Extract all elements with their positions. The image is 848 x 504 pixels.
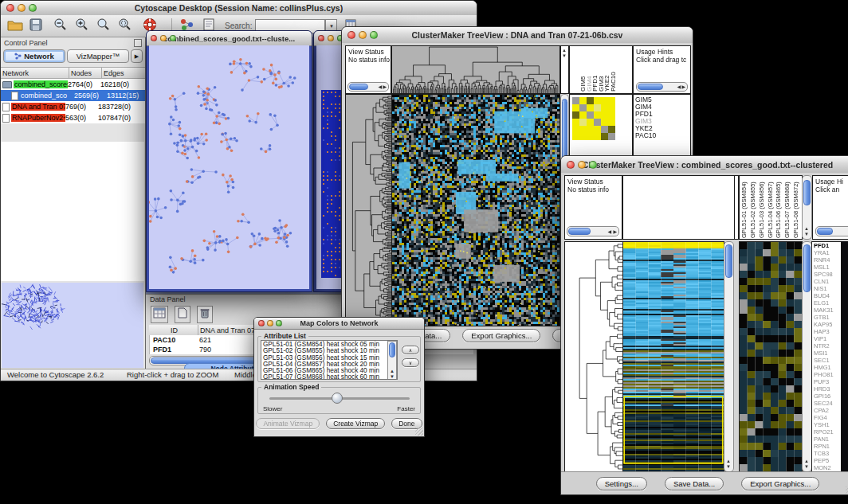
network-table-row[interactable]: combined_scores_ 2764(0) 16218(0)	[1, 79, 145, 90]
birdseye-canvas[interactable]	[2, 283, 143, 368]
tv2-column-label[interactable]: GPL51-06 (GSM865)	[775, 177, 783, 238]
gene-label[interactable]: MAK31	[814, 307, 841, 314]
network-canvas-1[interactable]	[149, 45, 309, 289]
tv2-column-label[interactable]: GPL51-01 (GSM854)	[740, 177, 749, 238]
dialog-title-bar[interactable]: Map Colors to Network	[254, 318, 424, 330]
tv1-heatmap[interactable]	[391, 94, 560, 326]
tv1-column-label[interactable]: YKE2	[603, 48, 610, 92]
gene-label[interactable]: SEC24	[814, 400, 841, 407]
attribute-list-scrollbar[interactable]: ▲ ▼	[387, 341, 397, 380]
minimize-icon[interactable]	[160, 35, 167, 41]
tv2-column-dendrogram[interactable]	[622, 175, 735, 240]
float-panel-icon[interactable]	[134, 39, 142, 47]
tv2-row-dendrogram[interactable]	[564, 241, 623, 472]
tv1-column-scrollbar[interactable]: ▲ ▼	[560, 45, 569, 94]
tv2-heatmap-vscrollbar[interactable]: ▲ ▼	[724, 241, 734, 472]
zoom-selected-icon[interactable]	[118, 18, 132, 34]
treeview1-button[interactable]: Export Graphics...	[462, 329, 540, 342]
gene-label[interactable]: MSI1	[814, 350, 841, 357]
gene-label[interactable]: ELG1	[814, 299, 841, 307]
zoom-window-icon[interactable]	[276, 320, 282, 326]
tv2-column-label[interactable]: GPL51-04 (GSM857)	[767, 177, 775, 238]
treeview2-button[interactable]: Export Graphics...	[741, 477, 819, 490]
zoom-window-icon[interactable]	[370, 31, 378, 39]
attribute-list-item[interactable]: GPL51-07 (GSM868) heat shock 60 min	[263, 374, 395, 380]
resize-grip[interactable]	[415, 428, 423, 436]
scroll-right-icon[interactable]: ▶	[613, 229, 617, 234]
treeview2-title-bar[interactable]: ClusterMaker TreeView : combined_scores_…	[561, 156, 848, 174]
tv1-column-label[interactable]: PAC10	[610, 48, 616, 92]
tv1-column-label[interactable]: PFD1	[591, 48, 598, 92]
scroll-up-icon[interactable]: ▲	[804, 226, 809, 231]
scroll-down-icon[interactable]: ▼	[804, 232, 809, 236]
scroll-right-icon[interactable]: ▶	[681, 84, 685, 89]
animate-vizmap-button[interactable]: Animate Vizmap	[256, 418, 320, 429]
close-icon[interactable]	[318, 35, 324, 41]
tv1-column-label[interactable]: GIM5	[579, 48, 586, 92]
scroll-down-icon[interactable]: ▼	[804, 464, 809, 469]
treeview2-button[interactable]: Settings...	[596, 477, 647, 490]
gene-label[interactable]: SEC1	[814, 357, 841, 364]
scroll-left-icon[interactable]: ◀	[607, 229, 611, 234]
main-title-bar[interactable]: Cytoscape Desktop (Session Name: collins…	[1, 1, 477, 16]
tv2-top-vscrollbar[interactable]: ▲ ▼	[802, 175, 812, 240]
scroll-down-icon[interactable]: ▼	[390, 374, 395, 379]
gene-label[interactable]: MSL1	[814, 264, 841, 271]
gene-label[interactable]: CLN1	[814, 278, 841, 285]
zoom-fit-icon[interactable]	[96, 18, 110, 34]
gene-label[interactable]: PFD1	[814, 242, 841, 249]
tab-network[interactable]: Network	[3, 49, 65, 63]
tv2-column-label[interactable]: GPL51-02 (GSM855)	[749, 177, 758, 238]
gene-label[interactable]: MON2	[814, 464, 841, 471]
close-icon[interactable]	[258, 320, 265, 326]
attribute-move-up-button[interactable]: ∧	[402, 346, 419, 354]
gene-label[interactable]: NIS1	[814, 285, 841, 292]
gene-label[interactable]: YRA1	[814, 249, 841, 256]
tv2-usage-scrollbar[interactable]	[815, 226, 848, 236]
scroll-down-icon[interactable]: ▼	[726, 464, 731, 469]
gene-label[interactable]: HAP3	[814, 328, 841, 335]
network-window-1-title-bar[interactable]: combined_scores_good.txt--cluste...	[147, 31, 312, 46]
tv1-status-scrollbar[interactable]: ◀ ▶	[347, 82, 389, 92]
close-icon[interactable]	[151, 35, 157, 41]
gene-label[interactable]: TCB3	[814, 450, 841, 457]
zoom-in-icon[interactable]	[75, 18, 88, 34]
scroll-left-icon[interactable]: ◀	[677, 84, 681, 89]
gene-label[interactable]: PUF3	[814, 378, 841, 385]
scroll-down-icon[interactable]: ▼	[562, 53, 567, 58]
tab-vizmapper[interactable]: VizMapper™	[67, 49, 129, 63]
scroll-left-icon[interactable]: ◀	[378, 84, 382, 89]
gene-label[interactable]: RNR4	[814, 256, 841, 264]
treeview2-button[interactable]: Save Data...	[665, 477, 724, 490]
attribute-table-icon[interactable]	[151, 306, 168, 323]
zoom-window-icon[interactable]	[29, 4, 37, 12]
gene-label[interactable]: RPO21	[814, 428, 841, 436]
minimize-icon[interactable]	[328, 35, 334, 41]
network-table-row[interactable]: RNAPuberNov2+ 563(0) 107847(0)	[1, 112, 145, 123]
gene-label[interactable]: PAN1	[814, 436, 841, 443]
minimize-icon[interactable]	[18, 4, 26, 12]
gene-label[interactable]: PHO81	[814, 371, 841, 378]
tv2-column-label[interactable]: GPL51-08 (GSM872)	[792, 177, 801, 238]
create-vizmap-button[interactable]: Create Vizmap	[326, 418, 385, 429]
gene-label[interactable]: PEP5	[814, 457, 841, 464]
gene-label[interactable]: HRD3	[814, 385, 841, 393]
network-table-row[interactable]: combined_sco 2569(6) 13112(15)	[1, 90, 145, 101]
gene-label[interactable]: GPI16	[814, 393, 841, 400]
gene-label[interactable]: FIG4	[814, 414, 841, 421]
open-file-icon[interactable]	[7, 18, 23, 34]
scroll-up-icon[interactable]: ▲	[562, 48, 567, 53]
tv2-status-scrollbar[interactable]: ◀ ▶	[567, 226, 619, 236]
tv2-column-label[interactable]: GPL51-03 (GSM856)	[758, 177, 767, 238]
treeview1-title-bar[interactable]: ClusterMaker TreeView : DNA and Tran 07-…	[342, 27, 693, 44]
gene-label[interactable]: KAP95	[814, 321, 841, 328]
close-icon[interactable]	[347, 31, 355, 39]
tv1-row-label[interactable]: PAC10	[635, 132, 689, 139]
gene-label[interactable]: GTB1	[814, 314, 841, 321]
minimize-icon[interactable]	[359, 31, 367, 39]
gene-label[interactable]: HMG1	[814, 364, 841, 371]
gene-label[interactable]: NTR2	[814, 342, 841, 350]
scroll-right-icon[interactable]: ▶	[383, 84, 387, 89]
zoom-out-icon[interactable]	[53, 18, 67, 34]
tv1-usage-scrollbar[interactable]: ◀ ▶	[636, 82, 688, 92]
